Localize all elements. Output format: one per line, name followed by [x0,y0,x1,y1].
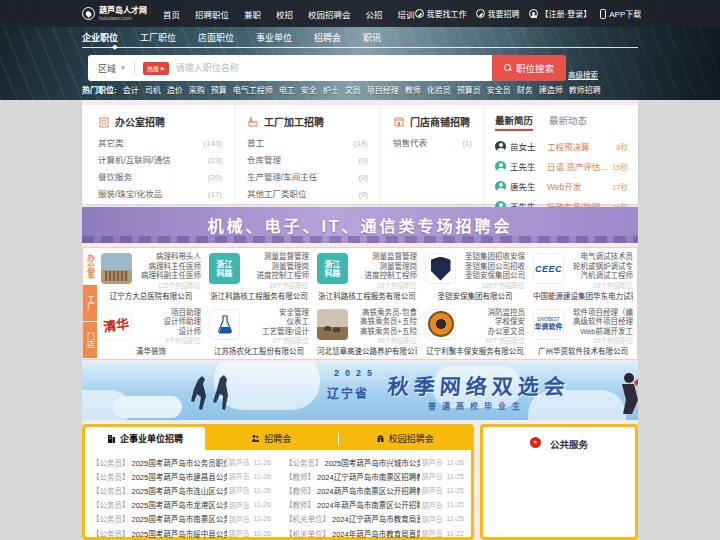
listing-row[interactable]: 【公务员】2025国考葫芦岛市建昌县公务员…葫芦岛11-26 [92,469,271,483]
flask-icon [216,314,234,334]
logo-domain: huludaorc.com [99,15,147,21]
nav-parttime[interactable]: 兼职 [244,8,261,20]
hot-keyword[interactable]: 化验员 [427,84,451,95]
company-card[interactable]: 浙江科路 测量监督管理测量管理岗进度控制工程师28个热招职位 浙江科路核工程服务… [313,248,421,304]
hot-keyword[interactable]: 建造师 [539,84,563,95]
company-card[interactable]: CEEC 电气调试技术员轮机或锅炉调试专汽机调试工程师28个热招职位 中国能源建… [529,248,637,304]
tab-job-fair[interactable]: 招聘会 [205,427,338,450]
company-card[interactable]: 病理科带头人病理科主任医师病理科副主任医师125个热招职位 辽宁方大总医院有限公… [97,248,205,304]
listing-row[interactable]: 【机关单位】2024年葫芦岛市教育局直属学校…葫芦岛11-22 [285,526,464,540]
listing-row[interactable]: 【教师】2024辽宁葫芦岛市南票区招聘教…葫芦岛11-25 [285,469,464,483]
hire-link[interactable]: 我要招聘 [476,8,520,19]
play-arrow-icon [161,65,165,71]
company-tab-factory[interactable]: 工厂 [83,285,97,322]
category-link[interactable]: 其它类(143) [98,135,222,152]
category-link[interactable]: 计算机/互联网/通信(23) [98,152,222,169]
hot-keyword[interactable]: 安全员 [487,84,511,95]
hot-keyword[interactable]: 财务 [517,84,533,95]
company-card[interactable]: 安全管理仪表工工艺管理/设计2个热招职位 江苏扬农化工股份有限公司 [205,304,313,360]
resume-item[interactable]: 苗女士工程预决算8秒 [495,136,628,156]
national-emblem-icon [530,437,541,448]
category-link[interactable]: 普工(18) [247,135,368,152]
hot-keyword[interactable]: 采购 [189,84,205,95]
register-login-link[interactable]: 【注册·登录】 [529,8,592,19]
subnav-factory-jobs[interactable]: 工厂职位 [140,31,176,44]
banner-subtitle: 普通高校毕业生 [428,400,526,411]
company-card[interactable]: 高铁乘务员-包食高铁乘务员+五险高铁乘务员+五险46个热招职位 河北慧章高速公路… [313,304,421,360]
listing-row[interactable]: 【公务员】2025国考葫芦岛市公务员职位表葫芦岛11-26 [92,455,271,469]
company-tab-office[interactable]: 办公室 [83,248,97,285]
site-logo[interactable]: 葫芦岛人才网 huludaorc.com [82,6,147,21]
tab-campus-fair[interactable]: 校园招聘会 [339,427,472,450]
tab-institution-jobs[interactable]: 企事业单位招聘 [85,427,205,450]
region-dropdown[interactable]: 区域 [98,62,116,75]
chevron-down-icon[interactable] [120,65,126,71]
advanced-search-link[interactable]: 高级搜索 [568,69,598,80]
find-job-link[interactable]: 我要找工作 [415,8,467,19]
pencil-circle-icon [476,9,485,18]
listing-row[interactable]: 【教师】2024年葫芦岛市南票区公开招聘…葫芦岛11-25 [285,498,464,512]
company-card[interactable]: 浙江科路 测量监督管理测量管理岗进度控制工程师28个热招职位 浙江科路核工程服务… [205,248,313,304]
office-category-column: 办公室招聘 其它类(143) 计算机/互联网/通信(23) 餐饮服务(20) 服… [82,105,234,204]
listing-row[interactable]: 【公务员】2025国考葫芦岛市南票区公务员…葫芦岛11-26 [92,512,271,526]
subnav-job-fair[interactable]: 招聘会 [314,31,341,44]
hot-keyword[interactable]: 造价 [167,84,183,95]
nav-jobs[interactable]: 招聘职位 [195,8,229,20]
hot-keyword[interactable]: 预算 [211,84,227,95]
subnav-institution-jobs[interactable]: 事业单位 [256,31,292,44]
job-search-input[interactable] [176,63,480,73]
latest-resumes-sidebar: 最新简历 最新动态 苗女士工程预决算8秒 王先生日语,资产评估...15秒 唐先… [484,105,638,204]
nav-campus[interactable]: 校招 [276,8,293,20]
hot-keyword[interactable]: 护士 [323,84,339,95]
hot-keyword[interactable]: 教师 [405,84,421,95]
banner-title: 秋季网络双选会 [387,370,571,400]
nav-public[interactable]: 公招 [366,8,383,20]
listing-row[interactable]: 【公务员】2025国考葫芦岛市绥中县公务员…葫芦岛11-26 [92,526,271,540]
hot-keyword[interactable]: 文员 [345,84,361,95]
category-link[interactable]: 销售代表(1) [393,135,472,152]
nav-campus-fair[interactable]: 校园招聘会 [308,8,351,20]
hot-keyword[interactable]: 电气工程师 [233,84,273,95]
hot-keyword[interactable]: 项目经理 [367,84,399,95]
hot-keyword[interactable]: 司机 [145,84,161,95]
hot-keyword[interactable]: 会计 [123,84,139,95]
tab-latest-activity[interactable]: 最新动态 [549,113,587,131]
hot-keyword[interactable]: 安全 [301,84,317,95]
hot-keyword[interactable]: 电工 [279,84,295,95]
hot-keyword-badge[interactable]: 热搜 [143,62,169,75]
tab-latest-resumes[interactable]: 最新简历 [495,113,533,131]
resume-item[interactable]: 唐先生Web开发17秒 [495,176,628,196]
hot-keyword[interactable]: 教师招聘 [569,84,601,95]
company-card[interactable]: 消防监控员学校保安办公室文员80个热招职位 辽宁利聚丰保安服务有限公司 [421,304,529,360]
company-card[interactable]: 圣铠集团招收安保圣铠集团公司招收圣铠安保集团公司185个热招职位 圣铠安保集团有… [421,248,529,304]
company-card[interactable]: 清华 项目助理设计师助理设计师4个热招职位 清华装饰 [97,304,205,360]
listing-row[interactable]: 【公务员】2025国考葫芦岛市龙港区公务员…葫芦岛11-26 [92,498,271,512]
subnav-store-jobs[interactable]: 店面职位 [198,31,234,44]
app-download-link[interactable]: APP下载 [600,8,641,19]
company-card[interactable]: SINOBEST华资软件 软件项目经理（编高级软件项目经理Web前端开发工65个… [529,304,637,360]
category-link[interactable]: 生产管理/车间主任(0) [247,169,368,186]
avatar [495,161,506,172]
job-search-button[interactable]: 职位搜索 [492,55,566,81]
nav-home[interactable]: 首页 [163,8,180,20]
autumn-online-fair-banner[interactable]: 2025 辽宁省 秋季网络双选会 普通高校毕业生 [82,362,638,420]
company-tab-store[interactable]: 门店 [83,322,97,359]
listing-row[interactable]: 【机关单位】2024辽宁葫芦岛市教育局直属学…葫芦岛11-25 [285,512,464,526]
listing-row[interactable]: 【教师】2024葫芦岛市南票区公开招聘教…葫芦岛11-25 [285,483,464,497]
category-link[interactable]: 餐饮服务(20) [98,169,222,186]
nav-training[interactable]: 培训 [398,8,415,20]
store-category-column: 门店商铺招聘 销售代表(1) [380,105,484,204]
category-link[interactable]: 仓库管理(0) [247,152,368,169]
public-service-card: 公共服务 [480,424,638,540]
listing-row[interactable]: 【公务员】2025国考葫芦岛市连山区公务员…葫芦岛11-26 [92,483,271,497]
special-job-fair-banner[interactable]: 机械、电子、IT、通信类专场招聘会 [82,207,638,243]
listing-row[interactable]: 【公务员】2025国考葫芦岛市兴城市公务员…葫芦岛11-26 [285,455,464,469]
company-logo-emblem [425,309,456,340]
hot-keyword[interactable]: 预算员 [457,84,481,95]
listing-column-left: 【公务员】2025国考葫芦岛市公务员职位表葫芦岛11-26 【公务员】2025国… [92,455,271,540]
subnav-news[interactable]: 职讯 [363,31,381,44]
category-link[interactable]: 服装/珠宝/化妆品(17) [98,186,222,203]
resume-item[interactable]: 王先生日语,资产评估...15秒 [495,156,628,176]
category-link[interactable]: 其他工厂类职位(0) [247,186,368,203]
subnav-company-jobs[interactable]: 企业职位 [82,31,118,44]
